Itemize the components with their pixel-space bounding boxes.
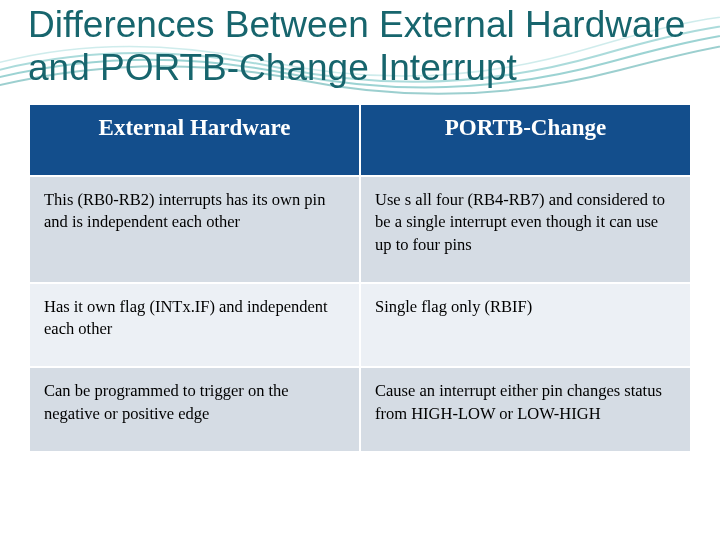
header-external-hardware: External Hardware <box>29 104 360 176</box>
slide-title: Differences Between External Hardware an… <box>0 0 720 89</box>
table-row: This (RB0-RB2) interrupts has its own pi… <box>29 176 691 283</box>
cell-portb-3: Cause an interrupt either pin changes st… <box>360 367 691 452</box>
cell-ext-2: Has it own flag (INTx.IF) and independen… <box>29 283 360 368</box>
comparison-table-container: External Hardware PORTB-Change This (RB0… <box>0 89 720 453</box>
cell-ext-3: Can be programmed to trigger on the nega… <box>29 367 360 452</box>
comparison-table: External Hardware PORTB-Change This (RB0… <box>28 103 692 453</box>
cell-portb-2: Single flag only (RBIF) <box>360 283 691 368</box>
table-row: Has it own flag (INTx.IF) and independen… <box>29 283 691 368</box>
cell-portb-1: Use s all four (RB4-RB7) and considered … <box>360 176 691 283</box>
cell-ext-1: This (RB0-RB2) interrupts has its own pi… <box>29 176 360 283</box>
table-row: Can be programmed to trigger on the nega… <box>29 367 691 452</box>
header-portb-change: PORTB-Change <box>360 104 691 176</box>
